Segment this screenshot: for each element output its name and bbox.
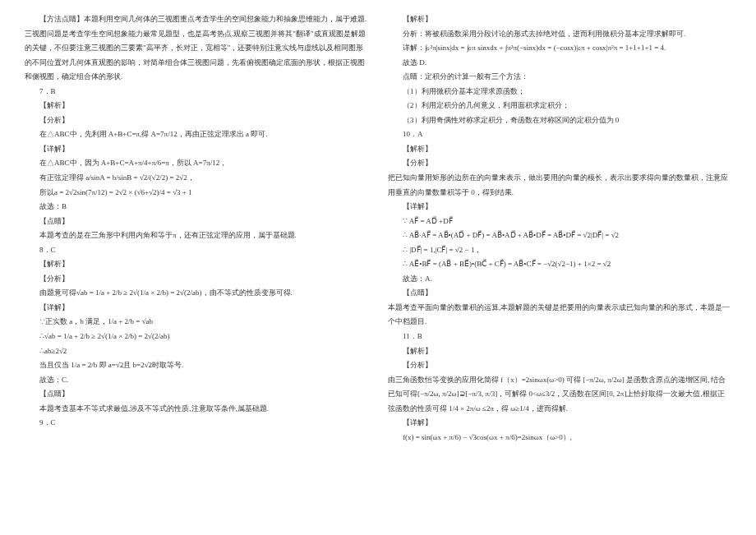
q8-conclusion: 故选：C.	[25, 373, 368, 388]
q8-analysis-label: 【分析】	[25, 272, 368, 287]
method-hint: 【方法点睛】本题利用空间几何体的三视图重点考查学生的空间想象能力和抽象思维能力，…	[25, 12, 368, 85]
q9-hint-label: 点睛：定积分的计算一般有三个方法：	[388, 70, 731, 85]
q10-conclusion: 故选：A.	[388, 272, 731, 287]
q10-hint: 本题考查平面向量的数量积的运算,本题解题的关键是把要用的向量表示成已知向量的和的…	[388, 301, 731, 330]
q8-hint-label: 【点睛】	[25, 387, 368, 402]
q7-analysis: 在△ABC中，先利用 A+B+C=π,得 A=7π/12，再由正弦定理求出 a …	[25, 127, 368, 142]
q8-analysis: 由题意可得√ab = 1/a + 2/b ≥ 2√(1/a × 2/b) = 2…	[25, 286, 368, 301]
q9-conclusion: 故选 D.	[388, 56, 731, 71]
q10-detail-label: 【详解】	[388, 200, 731, 214]
q7-section-label: 【解析】	[25, 99, 368, 113]
q11-detail-label: 【详解】	[388, 416, 731, 431]
q11-section-label: 【解析】	[388, 344, 731, 359]
q9-method3: （3）利用奇偶性对称求定积分，奇函数在对称区间的定积分值为 0	[388, 113, 731, 128]
q10-step3: ∴ |DF⃗| = 1,|CF⃗| = √2 − 1，	[388, 243, 731, 258]
q7-conclusion: 故选：B	[25, 200, 368, 214]
q11-answer: 11．B	[388, 330, 731, 344]
q8-answer: 8．C	[25, 243, 368, 258]
q9-detail: 详解：∫₀²π|sinx|dx = ∫₀π sinxdx + ∫π²π(−sin…	[388, 41, 731, 56]
q11-analysis-label: 【分析】	[388, 358, 731, 373]
q10-step2: ∴ AB⃗·AF⃗ = AB⃗•(AD⃗ + DF⃗) = AB⃗•AD⃗ + …	[388, 228, 731, 243]
q7-detail-label: 【详解】	[25, 142, 368, 157]
q7-hint-label: 【点睛】	[25, 214, 368, 229]
q10-analysis-label: 【分析】	[388, 156, 731, 171]
q9-method2: （2）利用定积分的几何意义，利用面积求定积分；	[388, 99, 731, 113]
q7-step3: 所以a = 2√2sin(7π/12) = 2√2 × (√6+√2)/4 = …	[25, 186, 368, 201]
q8-hint: 本题考查基本不等式求最值,涉及不等式的性质,注意取等条件,属基础题.	[25, 402, 368, 417]
q8-detail-label: 【详解】	[25, 301, 368, 316]
q7-answer: 7．B	[25, 85, 368, 99]
q10-step4: ∴ AE⃗•BF⃗ = (AB⃗ + BE⃗)•(BC⃗ + CF⃗) = AB…	[388, 257, 731, 272]
q11-analysis: 由三角函数恒等变换的应用化简得 f（x）=2sinωx(ω>0) 可得 [−π/…	[388, 373, 731, 417]
q10-analysis: 把已知向量用矩形的边所在的向量来表示，做出要用的向量的模长，表示出要求得向量的数…	[388, 171, 731, 200]
q9-method1: （1）利用微积分基本定理求原函数；	[388, 85, 731, 99]
q10-answer: 10．A	[388, 127, 731, 142]
q8-section-label: 【解析】	[25, 257, 368, 272]
q10-section-label: 【解析】	[388, 142, 731, 157]
q7-step2: 有正弦定理得 a/sinA = b/sinB = √2/(√2/2) = 2√2…	[25, 171, 368, 186]
left-column: 【方法点睛】本题利用空间几何体的三视图重点考查学生的空间想象能力和抽象思维能力，…	[25, 12, 378, 523]
q7-step1: 在△ABC中，因为 A+B+C=A+π/4+π/6=π，所以 A=7π/12，	[25, 156, 368, 171]
q9-answer: 9．C	[25, 416, 368, 431]
q9-section-label: 【解析】	[388, 12, 731, 27]
right-column: 【解析】 分析：将被积函数采用分段讨论的形式去掉绝对值，进而利用微积分基本定理求…	[378, 12, 731, 523]
q8-step4: 当且仅当 1/a = 2/b 即 a=√2且 b=2√2时取等号.	[25, 358, 368, 373]
q8-step2: ∴√ab = 1/a + 2/b ≥ 2√(1/a × 2/b) = 2√(2/…	[25, 330, 368, 344]
q8-step3: ∴ab≥2√2	[25, 344, 368, 359]
q9-analysis: 分析：将被积函数采用分段讨论的形式去掉绝对值，进而利用微积分基本定理求解即可.	[388, 27, 731, 42]
q7-analysis-label: 【分析】	[25, 113, 368, 128]
q8-step1: ∵正实数 a，b 满足，1/a + 2/b = √ab	[25, 315, 368, 330]
q10-step1: ∵ AF⃗ = AD⃗ +DF⃗	[388, 214, 731, 229]
q10-hint-label: 【点睛】	[388, 286, 731, 301]
q7-hint: 本题考查的是在三角形中利用内角和等于π，还有正弦定理的应用，属于基础题.	[25, 228, 368, 243]
q11-detail: f(x) = sin(ωx + π/6) − √3cos(ωx + π/6)=2…	[388, 431, 731, 445]
